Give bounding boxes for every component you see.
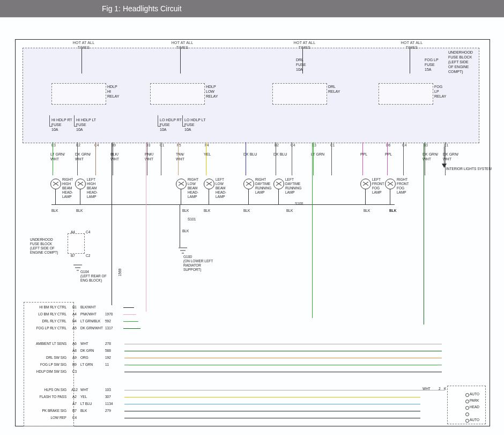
wire-color: PPL — [385, 152, 392, 157]
hot-label: HOT AT ALL TIMES — [288, 40, 321, 50]
lamp-label: RIGHT LOW BEAM HEAD- LAMP — [188, 178, 198, 199]
code-1569: 1569 — [118, 269, 122, 276]
signal-code: 1970 — [105, 311, 124, 318]
wire — [403, 142, 404, 175]
blk-label: BLK — [182, 209, 189, 213]
signal-pin: A2 — [70, 394, 79, 400]
signal-code: 592 — [105, 318, 124, 325]
switch-dot-icon — [465, 393, 469, 397]
ground-bus — [51, 204, 395, 205]
signal-color: BLK/WHT — [79, 304, 105, 311]
pin-c4: C4 — [86, 230, 90, 234]
ground-icon — [73, 264, 83, 272]
signal-code: 11 — [105, 362, 124, 368]
fuse-symbol — [158, 115, 161, 127]
lamp-icon — [385, 179, 396, 189]
fuse-symbol — [74, 115, 77, 127]
wire-color: TAN/ WHT — [176, 152, 184, 161]
wire — [246, 142, 246, 175]
relay — [51, 83, 106, 105]
blk-label: BLK — [243, 209, 250, 213]
fuse-block-connector — [68, 233, 85, 254]
wire — [123, 314, 136, 315]
signal-row: DRL SW SIGA9ORG192 — [24, 355, 442, 361]
blk-label: BLK — [364, 209, 370, 213]
wire — [147, 142, 147, 175]
lamp-label: LEFT DAYTIME RUNNING LAMP — [285, 178, 301, 195]
signal-label — [24, 348, 70, 354]
relay — [379, 83, 433, 105]
signal-color: DK GRN/WHT — [79, 325, 105, 331]
blk-label: BLK — [204, 209, 210, 213]
fuse-symbol — [182, 115, 186, 127]
wire — [123, 328, 140, 329]
wire — [248, 189, 249, 204]
pin-a4: A4 — [71, 230, 75, 234]
wire — [112, 143, 112, 305]
signal-pin: A8 — [70, 348, 79, 354]
signal-code: 307 — [105, 394, 124, 400]
wire-color: YEL — [204, 152, 211, 157]
signal-label: HI BM RLY CTRL — [24, 304, 70, 311]
signal-code — [105, 304, 124, 311]
signal-pin: B1 — [70, 304, 79, 311]
lamp-label: RIGHT FRONT FOG LAMP — [397, 178, 409, 195]
wire — [365, 189, 366, 204]
wire — [206, 142, 206, 175]
signal-wire — [124, 397, 420, 397]
lamp-label: RIGHT HIGH BEAM HEAD- LAMP — [62, 178, 73, 199]
signal-label: FOG LP SW SIG — [24, 362, 70, 368]
lamp-icon — [243, 179, 254, 189]
blk-label: BLK — [286, 209, 293, 213]
wire — [362, 142, 363, 175]
fuse-label: LO HDLP RT FUSE 10A — [160, 117, 182, 132]
hot-label: HOT AT ALL TIMES — [68, 40, 100, 50]
signal-wire — [124, 344, 442, 344]
hot-label: HOT AT ALL TIMES — [166, 40, 198, 50]
signal-label: DRL SW SIG — [24, 355, 70, 361]
switch-option: AUTO — [470, 418, 479, 422]
pin-c2: C2 — [86, 254, 90, 258]
blk-label: BLK — [76, 209, 83, 213]
signal-color: LT GRN/BLK — [79, 318, 105, 325]
signal-label: FLASH TO PASS — [24, 394, 70, 400]
wire — [331, 142, 332, 175]
signal-pin: B9 — [70, 362, 79, 368]
lamp-icon — [176, 179, 187, 189]
signal-row: AMBIENT LT SENSA6WHT278 — [24, 341, 442, 347]
signal-code — [105, 368, 124, 375]
wire — [81, 48, 82, 73]
underhood-fuse-block-label: UNDERHOOD FUSE BLOCK (LEFT SIDE OF ENGIN… — [30, 238, 58, 255]
splice-s101: S101 — [188, 217, 196, 222]
signal-code: 103 — [105, 387, 124, 393]
fuse-label: HI HDLP LT FUSE 10A — [76, 117, 96, 132]
wire — [95, 142, 96, 175]
lamp-icon — [50, 179, 61, 189]
signal-color: YEL — [79, 394, 105, 400]
signal-row: PK BRAKE SIGB7BLK279 — [24, 408, 420, 414]
relay — [272, 83, 327, 105]
signal-wire — [124, 358, 442, 358]
fuse-symbol — [49, 115, 53, 127]
ground-g104: G104 (LEFT REAR OF ENG BLOCK) — [80, 270, 107, 283]
wire — [387, 142, 388, 175]
signal-row: FLASH TO PASSA2YEL307 — [24, 394, 420, 400]
hot-label: HOT AT ALL TIMES — [396, 40, 428, 50]
wiring-diagram: UNDERHOOD FUSE BLOCK (LEFT SIDE OF ENGIN… — [0, 17, 504, 435]
wire — [178, 142, 179, 175]
relay-label: FOG LP RELAY — [434, 84, 446, 99]
wire — [55, 189, 56, 204]
signal-row: FOG LP RLY CTRLA5DK GRN/WHT1317 — [24, 325, 131, 331]
signal-pin: B4 — [70, 318, 79, 325]
wire — [123, 321, 138, 322]
signal-label: AMBIENT LT SENS — [24, 341, 70, 347]
signal-color — [79, 368, 105, 375]
signal-wire — [124, 411, 420, 411]
signal-row: HI BM RLY CTRLB1BLK/WHT — [24, 304, 131, 311]
switch-dot-icon — [465, 419, 469, 423]
signal-pin: A6 — [70, 341, 79, 347]
signal-code: 278 — [105, 341, 124, 347]
signal-row: A8DK GRN588 — [24, 348, 442, 354]
switch-option: AUTO — [470, 392, 479, 396]
signal-label: DRL RLY CTRL — [24, 318, 70, 325]
